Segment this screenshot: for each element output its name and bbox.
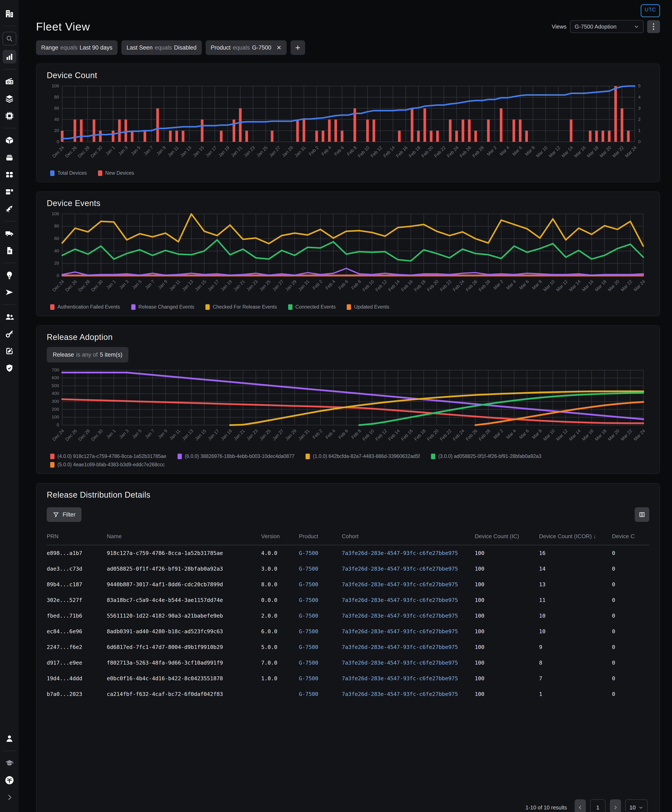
edit-icon[interactable]	[3, 345, 16, 358]
table-cell: 0	[612, 577, 649, 592]
cohort-link[interactable]: 7a3fe26d-283e-4547-93fc-c6fe27bbe975	[342, 691, 458, 697]
avatar-icon[interactable]	[3, 732, 16, 745]
device-events-chart[interactable]	[47, 212, 649, 302]
filter-chip-product[interactable]: Product equals G-7500 ✕	[206, 40, 287, 55]
page-size-select[interactable]: 10	[625, 799, 648, 812]
columns-button[interactable]	[635, 507, 649, 522]
filter-chip-range[interactable]: Range equals Last 90 days	[36, 40, 117, 55]
titlebar: Fleet View Views G-7500 Adoption	[36, 18, 660, 35]
panel-title: Device Events	[47, 199, 649, 208]
product-link[interactable]: G-7500	[299, 675, 318, 682]
page-title: Fleet View	[36, 20, 90, 33]
table-cell: 0	[612, 624, 649, 639]
device-count-panel: Device Count Total DevicesNew Devices	[36, 63, 660, 183]
buildings-logo-icon[interactable]	[3, 7, 16, 20]
cohort-link[interactable]: 7a3fe26d-283e-4547-93fc-c6fe27bbe975	[342, 660, 458, 666]
prev-page-button[interactable]	[575, 799, 586, 812]
device-count-legend: Total DevicesNew Devices	[47, 170, 649, 176]
chip-op: equals	[233, 44, 250, 51]
radio-icon[interactable]	[3, 75, 16, 88]
table-cell: G-7500	[299, 561, 342, 577]
legend-item: Release Changed Events	[131, 304, 194, 310]
table-row: b7a0...2023ca214fbf-f632-4caf-bc72-6f0da…	[47, 686, 649, 702]
table-cell: 100	[475, 670, 539, 686]
table-cell: 302e...527f	[47, 592, 107, 608]
cohort-link[interactable]: 7a3fe26d-283e-4547-93fc-c6fe27bbe975	[342, 612, 458, 619]
product-link[interactable]: G-7500	[299, 691, 318, 697]
graduation-cap-icon[interactable]	[3, 757, 16, 769]
package-icon[interactable]	[3, 134, 16, 147]
product-link[interactable]: G-7500	[299, 550, 318, 556]
table-cell: ad058825-0f1f-4f26-bf91-28bfab0a92a3	[107, 561, 261, 577]
legend-label: Authentication Failed Events	[58, 304, 120, 310]
shield-check-icon[interactable]	[3, 362, 16, 375]
legend-label: Release Changed Events	[138, 304, 194, 310]
cohort-link[interactable]: 7a3fe26d-283e-4547-93fc-c6fe27bbe975	[342, 581, 458, 588]
product-link[interactable]: G-7500	[299, 597, 318, 603]
search-icon[interactable]	[3, 32, 16, 46]
product-link[interactable]: G-7500	[299, 628, 318, 635]
cohort-link[interactable]: 7a3fe26d-283e-4547-93fc-c6fe27bbe975	[342, 644, 458, 650]
bar-chart-icon[interactable]	[3, 50, 16, 63]
legend-swatch-icon	[347, 304, 351, 310]
table-cell: 14	[539, 561, 612, 577]
release-filter-chip[interactable]: Release is any of 5 item(s)	[47, 347, 128, 362]
layers-icon[interactable]	[3, 92, 16, 105]
column-header[interactable]: Device C	[612, 530, 649, 545]
legend-label: Connected Events	[296, 304, 336, 310]
legend-swatch-icon	[288, 304, 293, 310]
table-cell: 55611120-1d22-4182-90a3-a21babefe9eb	[107, 608, 261, 624]
filter-chip-last-seen[interactable]: Last Seen equals Disabled	[121, 40, 202, 55]
device-count-chart[interactable]	[47, 84, 649, 169]
product-link[interactable]: G-7500	[299, 566, 318, 572]
product-link[interactable]: G-7500	[299, 644, 318, 650]
legend-item: New Devices	[98, 170, 134, 176]
column-header[interactable]: Name	[107, 530, 261, 545]
truck-icon[interactable]	[3, 227, 16, 240]
legend-swatch-icon	[206, 304, 210, 310]
cohort-link[interactable]: 7a3fe26d-283e-4547-93fc-c6fe27bbe975	[342, 566, 458, 572]
column-header[interactable]: Cohort	[342, 530, 475, 545]
tray-icon[interactable]	[3, 151, 16, 164]
filter-button[interactable]: Filter	[47, 507, 82, 522]
column-header[interactable]: PRN	[47, 530, 107, 545]
release-adoption-chart[interactable]	[47, 368, 649, 452]
column-header[interactable]: Version	[261, 530, 299, 545]
product-link[interactable]: G-7500	[299, 660, 318, 666]
utc-badge[interactable]: UTC	[641, 4, 660, 17]
document-icon[interactable]	[3, 244, 16, 257]
product-link[interactable]: G-7500	[299, 581, 318, 588]
lightbulb-icon[interactable]	[3, 269, 16, 281]
apps-grid-icon[interactable]	[3, 168, 16, 181]
cohort-link[interactable]: 7a3fe26d-283e-4547-93fc-c6fe27bbe975	[342, 597, 458, 603]
chip-op: equals	[60, 44, 78, 51]
close-icon[interactable]: ✕	[276, 44, 281, 51]
views-select[interactable]: G-7500 Adoption	[570, 20, 644, 33]
table-cell: 10	[539, 608, 612, 624]
kebab-menu-button[interactable]	[647, 20, 660, 33]
sidebar-divider	[3, 221, 16, 222]
legend-item: Checked For Release Events	[206, 304, 277, 310]
cards-icon[interactable]	[3, 185, 16, 198]
page-number-box[interactable]: 1	[590, 799, 606, 812]
users-icon[interactable]	[3, 310, 16, 323]
cohort-link[interactable]: 7a3fe26d-283e-4547-93fc-c6fe27bbe975	[342, 628, 458, 635]
column-header[interactable]: Device Count (ICOR) ↓	[539, 530, 612, 545]
table-row: e898...a1b7918c127a-c759-4786-8cca-1a52b…	[47, 545, 649, 561]
cohort-link[interactable]: 7a3fe26d-283e-4547-93fc-c6fe27bbe975	[342, 550, 458, 556]
product-link[interactable]: G-7500	[299, 612, 318, 619]
column-header[interactable]: Device Count (IC)	[475, 530, 539, 545]
add-filter-button[interactable]: +	[291, 40, 305, 55]
expand-chevron-icon[interactable]	[3, 791, 16, 804]
send-icon[interactable]	[3, 286, 16, 299]
next-page-button[interactable]	[610, 799, 621, 812]
key-icon[interactable]	[3, 328, 16, 340]
page-size-value: 10	[629, 804, 636, 811]
rocket-icon[interactable]	[3, 203, 16, 215]
particle-logo-icon[interactable]	[3, 774, 16, 787]
chip-icon[interactable]	[3, 109, 16, 122]
cohort-link[interactable]: 7a3fe26d-283e-4547-93fc-c6fe27bbe975	[342, 675, 458, 682]
legend-swatch-icon	[131, 304, 136, 310]
column-header[interactable]: Product	[299, 530, 342, 545]
table-cell: ca214fbf-f632-4caf-bc72-6f0daf042f83	[107, 686, 261, 702]
